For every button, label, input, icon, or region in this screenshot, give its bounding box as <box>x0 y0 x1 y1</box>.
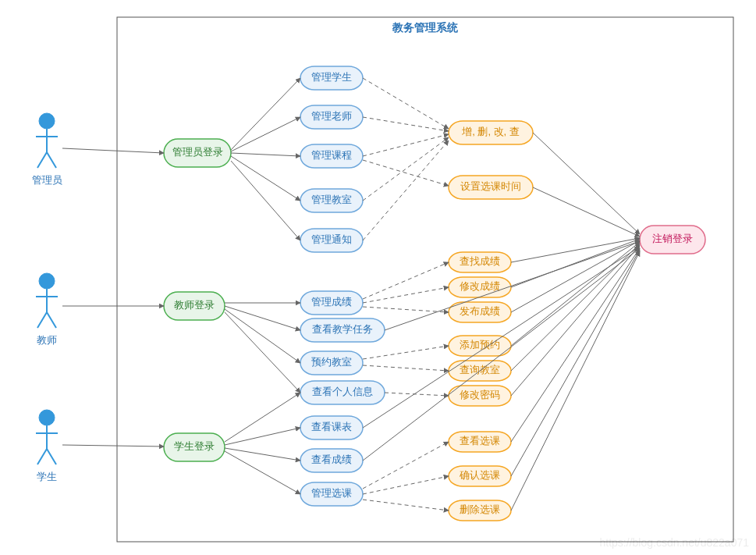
node-book-query-label: 查询教室 <box>460 364 500 375</box>
svg-point-5 <box>39 273 55 289</box>
node-select-view-label: 查看选课 <box>460 435 500 446</box>
node-select-delete: 删除选课 <box>449 500 511 521</box>
node-book-room-label: 预约教室 <box>311 356 352 368</box>
node-manage-student-label: 管理学生 <box>311 71 352 83</box>
node-grade-modify-label: 修改成绩 <box>460 280 500 292</box>
use-case-diagram: 教务管理系统 管理员 教师 学生 管理员登录 教师登录 学生登录 <box>0 0 756 555</box>
actor-student-label: 学生 <box>37 471 57 482</box>
node-manage-notice: 管理通知 <box>300 229 363 252</box>
edge <box>363 134 449 156</box>
edge <box>511 250 640 476</box>
node-view-table-label: 查看课表 <box>311 421 352 432</box>
node-view-table: 查看课表 <box>300 416 363 439</box>
system-title: 教务管理系统 <box>392 21 459 34</box>
edge <box>511 238 640 262</box>
node-teacher-login: 教师登录 <box>164 292 225 320</box>
watermark-text: https://blog.csdn.net/u822a071 <box>600 536 750 549</box>
edge <box>511 245 640 396</box>
node-grade-search: 查找成绩 <box>449 252 511 272</box>
svg-line-14 <box>47 449 56 464</box>
edge <box>363 346 449 359</box>
node-manage-notice-label: 管理通知 <box>311 233 352 245</box>
svg-line-9 <box>47 312 56 328</box>
svg-point-0 <box>39 113 55 129</box>
node-view-task: 查看教学任务 <box>300 318 385 342</box>
edge <box>363 500 449 511</box>
node-manage-teacher-label: 管理老师 <box>311 110 352 122</box>
edge <box>363 476 449 494</box>
node-set-select-time: 设置选课时间 <box>449 176 533 199</box>
svg-line-4 <box>47 152 56 168</box>
svg-line-13 <box>37 449 47 464</box>
node-manage-room-label: 管理教室 <box>311 194 352 205</box>
node-student-login-label: 学生登录 <box>174 440 215 452</box>
edge <box>363 137 449 201</box>
actor-teacher-label: 教师 <box>37 334 57 346</box>
node-grade-search-label: 查找成绩 <box>460 255 500 267</box>
node-grade-publish: 发布成绩 <box>449 302 511 322</box>
node-manage-grade-label: 管理成绩 <box>311 296 352 308</box>
node-mod-pwd: 修改密码 <box>449 386 511 406</box>
node-manage-grade: 管理成绩 <box>300 291 363 315</box>
node-teacher-login-label: 教师登录 <box>174 299 215 311</box>
node-logout-label: 注销登录 <box>652 233 693 244</box>
node-manage-course-label: 管理课程 <box>311 149 352 161</box>
edge <box>363 262 449 299</box>
node-logout: 注销登录 <box>640 226 705 254</box>
edge <box>363 78 449 129</box>
edge <box>363 287 449 303</box>
node-set-select-time-label: 设置选课时间 <box>460 180 521 192</box>
node-mod-pwd-label: 修改密码 <box>460 389 500 400</box>
node-view-profile: 查看个人信息 <box>300 381 385 404</box>
edge <box>231 161 300 240</box>
node-manage-course: 管理课程 <box>300 144 363 168</box>
node-select-view: 查看选课 <box>449 432 511 452</box>
edge <box>225 428 300 445</box>
edge <box>363 307 449 312</box>
node-select-confirm-label: 确认选课 <box>459 469 500 481</box>
edge <box>511 242 640 346</box>
edge <box>225 448 300 461</box>
node-book-room: 预约教室 <box>300 351 363 375</box>
node-manage-teacher: 管理老师 <box>300 105 363 129</box>
edge <box>231 117 300 151</box>
node-manage-select-label: 管理选课 <box>311 487 352 499</box>
edge <box>225 306 300 330</box>
node-grade-modify: 修改成绩 <box>449 277 511 297</box>
edge <box>225 309 300 363</box>
edge <box>511 248 640 442</box>
node-grade-publish-label: 发布成绩 <box>460 305 500 317</box>
actor-student: 学生 <box>36 410 58 482</box>
node-view-profile-label: 查看个人信息 <box>312 386 373 397</box>
node-view-grade: 查看成绩 <box>300 449 363 472</box>
actor-teacher: 教师 <box>36 273 58 346</box>
edge <box>363 141 449 240</box>
edge <box>231 156 300 201</box>
node-admin-login: 管理员登录 <box>164 139 231 167</box>
svg-point-10 <box>39 410 55 425</box>
edge <box>363 160 449 186</box>
node-book-add-label: 添加预约 <box>460 339 500 350</box>
svg-line-8 <box>37 312 47 328</box>
node-book-add: 添加预约 <box>449 336 511 356</box>
edge <box>62 148 164 153</box>
node-student-login: 学生登录 <box>164 433 225 461</box>
edge <box>363 365 449 371</box>
node-manage-select: 管理选课 <box>300 482 363 506</box>
node-select-confirm: 确认选课 <box>449 466 511 486</box>
edge <box>62 445 164 446</box>
node-view-grade-label: 查看成绩 <box>311 454 352 465</box>
edge <box>511 251 640 511</box>
edge <box>385 393 449 396</box>
edge <box>225 393 300 442</box>
actor-admin-label: 管理员 <box>32 174 62 186</box>
node-manage-student: 管理学生 <box>300 66 363 90</box>
edge <box>225 312 300 393</box>
edge <box>225 451 300 494</box>
system-boundary <box>117 17 733 542</box>
node-admin-login-label: 管理员登录 <box>172 146 223 158</box>
node-view-task-label: 查看教学任务 <box>312 323 373 335</box>
edge <box>363 117 449 131</box>
edge <box>363 442 449 489</box>
node-select-delete-label: 删除选课 <box>460 503 500 515</box>
